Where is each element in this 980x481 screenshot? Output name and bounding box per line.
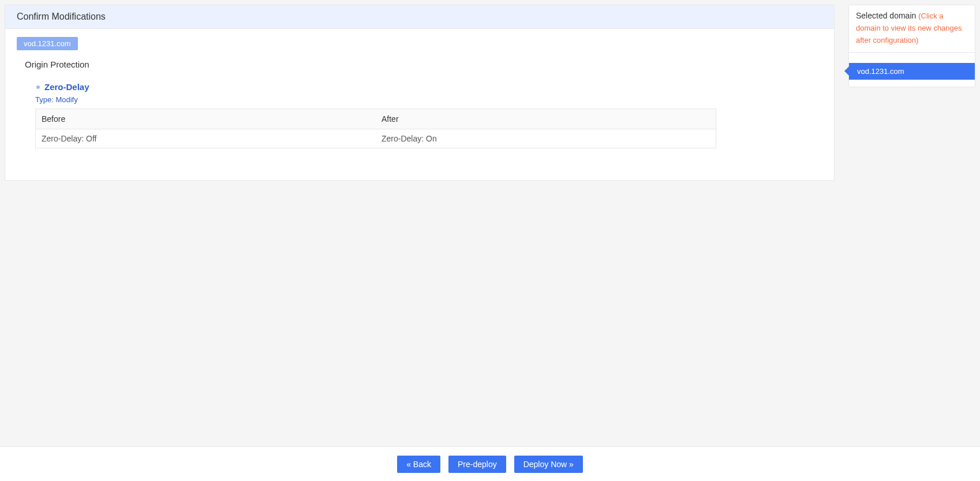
change-type: Type: Modify bbox=[35, 95, 822, 104]
change-item: Zero-Delay Type: Modify Before After Zer… bbox=[36, 82, 822, 148]
side-panel: Selected domain (Click a domain to view … bbox=[848, 5, 975, 87]
panel-header: Confirm Modifications bbox=[5, 5, 834, 29]
side-header: Selected domain (Click a domain to view … bbox=[849, 5, 975, 53]
page-title: Confirm Modifications bbox=[17, 12, 822, 22]
section-title: Origin Protection bbox=[25, 59, 822, 69]
sidebar-domain-item[interactable]: vod.1231.com bbox=[849, 63, 975, 80]
after-value: Zero-Delay: On bbox=[376, 129, 716, 148]
back-button[interactable]: « Back bbox=[397, 456, 440, 473]
bullet-icon bbox=[36, 85, 40, 89]
col-after: After bbox=[376, 109, 716, 129]
diff-table: Before After Zero-Delay: Off Zero-Delay:… bbox=[35, 109, 716, 148]
side-title: Selected domain bbox=[856, 11, 916, 20]
table-row: Zero-Delay: Off Zero-Delay: On bbox=[36, 129, 716, 148]
table-header-row: Before After bbox=[36, 109, 716, 129]
predeploy-button[interactable]: Pre-deploy bbox=[448, 456, 506, 473]
change-name: Zero-Delay bbox=[44, 82, 89, 92]
change-name-row: Zero-Delay bbox=[36, 82, 822, 92]
panel-body: vod.1231.com Origin Protection Zero-Dela… bbox=[5, 29, 834, 166]
footer-bar: « Back Pre-deploy Deploy Now » bbox=[0, 446, 980, 481]
col-before: Before bbox=[36, 109, 376, 129]
main-panel: Confirm Modifications vod.1231.com Origi… bbox=[5, 5, 835, 181]
domain-tag[interactable]: vod.1231.com bbox=[17, 37, 78, 50]
before-value: Zero-Delay: Off bbox=[36, 129, 376, 148]
deploy-button[interactable]: Deploy Now » bbox=[514, 456, 583, 473]
